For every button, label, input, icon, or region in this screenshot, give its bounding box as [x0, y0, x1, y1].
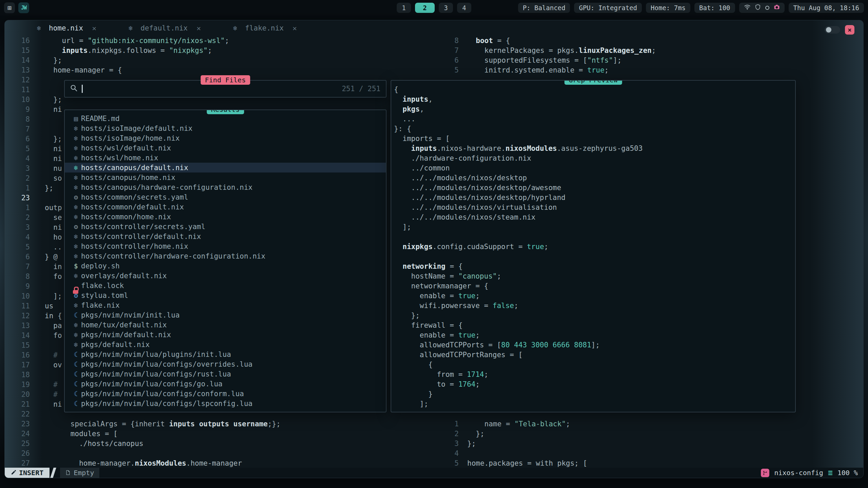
lua-file-icon — [71, 311, 81, 319]
result-item[interactable]: pkgs/default.nix — [65, 340, 386, 349]
result-item[interactable]: pkgs/nvim/nvim/lua/configs/rust.lua — [65, 369, 386, 379]
line-number: 24 — [5, 429, 30, 439]
status-badge: Home: 7ms — [646, 3, 690, 13]
line-number: 8 — [5, 272, 30, 282]
result-item[interactable]: pkgs/nvim/nvim/lua/configs/lspconfig.lua — [65, 399, 386, 408]
result-item[interactable]: overlays/default.nix — [65, 271, 386, 281]
result-item[interactable]: pkgs/nvim/nvim/lua/configs/overrides.lua — [65, 359, 386, 369]
line-number: 5 — [447, 459, 459, 468]
result-item[interactable]: hosts/canopus/home.nix — [65, 172, 386, 182]
line-number: 3 — [5, 223, 30, 232]
result-item[interactable]: hosts/isoImage/home.nix — [65, 133, 386, 143]
workspace-2[interactable]: 2 — [415, 3, 435, 13]
pin-toggle[interactable] — [825, 26, 840, 34]
result-item[interactable]: pkgs/nvim/default.nix — [65, 330, 386, 340]
preview-line: { — [394, 360, 795, 370]
shield-icon[interactable] — [755, 4, 761, 12]
lua-file-icon — [71, 350, 81, 359]
result-item[interactable]: deploy.sh — [65, 261, 386, 271]
pencil-icon — [11, 469, 16, 477]
workspace-1[interactable]: 1 — [397, 3, 411, 13]
tab-close-icon[interactable]: × — [92, 24, 96, 33]
status-badge: P: Balanced — [518, 3, 570, 13]
close-button[interactable]: × — [845, 25, 854, 35]
result-item[interactable]: flake.nix — [65, 300, 386, 310]
result-item[interactable]: hosts/controller/default.nix — [65, 231, 386, 241]
tab-home.nix[interactable]: home.nix× — [26, 20, 104, 36]
line-number: 16 — [5, 36, 30, 46]
lua-file-icon — [71, 400, 81, 408]
mode-separator — [50, 468, 56, 478]
tab-close-icon[interactable]: × — [293, 24, 297, 33]
preview-line: { — [394, 85, 795, 95]
result-item[interactable]: hosts/wsl/default.nix — [65, 143, 386, 153]
result-item[interactable]: pkgs/nvim/nvim/lua/configs/conform.lua — [65, 389, 386, 399]
sh-file-icon — [71, 262, 81, 270]
result-item[interactable]: hosts/common/home.nix — [65, 212, 386, 222]
nix-file-icon — [71, 183, 81, 191]
editor-line: 5home.packages = with pkgs; [ — [447, 459, 863, 468]
result-item[interactable]: home/tux/default.nix — [65, 320, 386, 330]
line-number: 1 — [5, 203, 30, 213]
preview-line: ... — [394, 114, 795, 124]
tab-close-icon[interactable]: × — [196, 24, 201, 33]
nix-file-icon — [71, 321, 81, 329]
result-item[interactable]: pkgs/nvim/nvim/lua/configs/go.lua — [65, 379, 386, 389]
line-number: 5 — [5, 242, 30, 252]
app-launcher-icon[interactable]: ⊞ — [4, 2, 15, 13]
editor-line: 14 }; — [5, 56, 447, 65]
result-item[interactable]: hosts/isoImage/default.nix — [65, 123, 386, 133]
preview-line: to = 1764; — [394, 380, 795, 389]
result-item[interactable]: README.md — [65, 114, 386, 123]
nix-file-icon — [71, 341, 81, 349]
line-number: 1 — [5, 183, 30, 193]
git-icon — [761, 469, 769, 477]
tab-default.nix[interactable]: default.nix× — [118, 20, 208, 36]
camera-icon[interactable] — [774, 4, 780, 12]
preview-line: ../common — [394, 163, 795, 173]
yaml-file-icon — [71, 223, 81, 231]
tab-flake.nix[interactable]: flake.nix× — [223, 20, 304, 36]
preview-line: allowedTCPPortRanges = [ — [394, 350, 795, 360]
right-pane-bottom: 1 name = "Tela-black";2 };3};45home.pack… — [447, 419, 863, 468]
nix-file-icon — [71, 174, 81, 182]
line-number: 2 — [5, 174, 30, 183]
lua-file-icon — [71, 380, 81, 388]
result-item[interactable]: hosts/wsl/home.nix — [65, 153, 386, 163]
find-files-prompt[interactable]: Find Files 251 / 251 — [64, 80, 387, 98]
results-panel: Results README.mdhosts/isoImage/default.… — [64, 109, 387, 412]
result-item[interactable]: hosts/controller/hardware-configuration.… — [65, 251, 386, 261]
result-item[interactable]: hosts/common/secrets.yaml — [65, 192, 386, 202]
result-item[interactable]: flake.lock — [65, 281, 386, 290]
result-item[interactable]: hosts/canopus/hardware-configuration.nix — [65, 182, 386, 192]
mode-indicator: INSERT — [5, 468, 50, 478]
editor-line: 1 name = "Tela-black"; — [447, 419, 863, 429]
line-number: 4 — [5, 232, 30, 242]
toggle-dot — [826, 27, 831, 33]
line-number: 25 — [5, 439, 30, 449]
nix-file-icon — [71, 301, 81, 309]
result-item[interactable]: stylua.toml — [65, 290, 386, 300]
wifi-icon[interactable] — [744, 4, 751, 12]
line-number: 12 — [5, 311, 30, 321]
workspace-3[interactable]: 3 — [439, 3, 453, 13]
record-icon[interactable] — [765, 4, 770, 12]
result-item[interactable]: pkgs/nvim/nvim/init.lua — [65, 310, 386, 320]
nix-file-icon — [71, 164, 81, 172]
line-number: 7 — [447, 46, 459, 56]
result-item[interactable]: hosts/common/default.nix — [65, 202, 386, 212]
logo-icon[interactable]: JW — [18, 2, 29, 13]
preview-line: enable = true; — [394, 291, 795, 301]
editor-line: 23 specialArgs = {inherit inputs outputs… — [5, 419, 447, 429]
result-item[interactable]: hosts/controller/home.nix — [65, 241, 386, 251]
line-number: 3 — [5, 164, 30, 174]
preview-line: ./hardware-configuration.nix — [394, 154, 795, 163]
workspace-4[interactable]: 4 — [457, 3, 471, 13]
editor-line: 15 inputs.nixpkgs.follows = "nixpkgs"; — [5, 46, 447, 56]
editor-line: 5 initrd.systemd.enable = true; — [447, 65, 863, 75]
editor-line: 6 supportedFilesystems = ["ntfs"]; — [447, 56, 863, 65]
result-item[interactable]: pkgs/nvim/nvim/lua/plugins/init.lua — [65, 349, 386, 359]
grep-preview-title: Grep Preview — [564, 80, 622, 85]
result-item[interactable]: hosts/canopus/default.nix — [65, 163, 386, 172]
result-item[interactable]: hosts/controller/secrets.yaml — [65, 222, 386, 231]
